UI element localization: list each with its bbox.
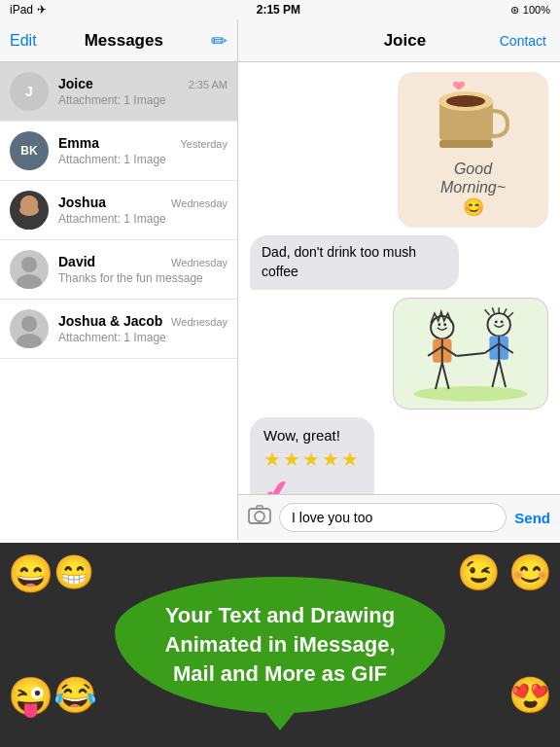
message-list: J Joice 2:35 AM Attachment: 1 Image BK	[0, 62, 237, 540]
avatar-generic-icon	[10, 309, 49, 348]
svg-line-35	[504, 308, 507, 314]
svg-line-36	[508, 312, 513, 317]
svg-point-4	[21, 257, 37, 272]
wifi-icon: ✈	[37, 3, 47, 17]
message-preview: Attachment: 1 Image	[58, 331, 228, 344]
svg-point-1	[16, 216, 43, 230]
emoji-smile2: 😁	[53, 552, 94, 595]
status-left: iPad ✈	[10, 3, 47, 17]
message-time: Wednesday	[171, 197, 228, 209]
svg-point-6	[21, 316, 37, 332]
contact-name: Joice	[58, 76, 93, 91]
svg-point-7	[17, 334, 42, 348]
svg-line-32	[485, 309, 490, 315]
list-item[interactable]: Joshua Wednesday Attachment: 1 Image	[0, 181, 237, 240]
list-item[interactable]: David Wednesday Thanks for the fun messa…	[0, 240, 237, 300]
chat-messages: GoodMorning~ 😊 Dad, don't drink too mush…	[238, 62, 560, 494]
contact-info: Joshua & Jacob Wednesday Attachment: 1 I…	[58, 313, 228, 344]
message-preview: Attachment: 1 Image	[58, 93, 228, 107]
battery-text: 100%	[523, 4, 550, 16]
message-input[interactable]	[279, 503, 507, 532]
message-preview: Attachment: 1 Image	[58, 212, 228, 226]
coffee-image	[410, 82, 537, 160]
message-bubble-row: Dad, don't drink too mush coffee	[250, 235, 548, 289]
avatar-initials: J	[25, 84, 33, 99]
star-rating: ★★★★★	[263, 447, 361, 471]
status-right: ⊛ 100%	[510, 4, 550, 17]
list-item[interactable]: Joshua & Jacob Wednesday Attachment: 1 I…	[0, 300, 237, 359]
avatar	[10, 309, 49, 348]
messages-sidebar: Edit Messages ✏ J Joice 2:35 AM Attachme…	[0, 19, 238, 540]
carrier-text: iPad	[10, 3, 33, 17]
svg-line-18	[436, 362, 442, 388]
svg-line-25	[492, 359, 499, 386]
svg-point-5	[17, 274, 42, 289]
camera-icon	[248, 505, 271, 524]
promo-bubble: Your Text and Drawing Animated in iMessa…	[115, 577, 445, 713]
avatar	[10, 250, 49, 289]
app-container: Edit Messages ✏ J Joice 2:35 AM Attachme…	[0, 19, 560, 540]
svg-point-12	[414, 386, 528, 402]
svg-point-30	[495, 320, 498, 323]
svg-point-10	[446, 95, 485, 107]
message-preview: Attachment: 1 Image	[58, 153, 228, 166]
avatar	[10, 191, 49, 230]
send-button[interactable]: Send	[514, 510, 550, 526]
avatar-initials: BK	[20, 144, 37, 158]
smiley-emoji: 😊	[463, 196, 484, 218]
message-time: Wednesday	[171, 316, 228, 328]
list-item[interactable]: BK Emma Yesterday Attachment: 1 Image	[0, 122, 237, 181]
status-bar: iPad ✈ 2:15 PM ⊛ 100%	[0, 0, 560, 19]
emoji-tongue: 😜	[8, 675, 53, 718]
status-time: 2:15 PM	[257, 3, 300, 17]
avatar: J	[10, 72, 49, 111]
good-morning-text: GoodMorning~	[440, 160, 506, 196]
promo-banner: 😄 😁 😉 😊 😜 😂 😍 Your Text and Drawing Anim…	[0, 543, 560, 747]
contact-info: Joshua Wednesday Attachment: 1 Image	[58, 195, 228, 226]
compose-button[interactable]: ✏	[211, 29, 228, 53]
contact-name: David	[58, 254, 95, 269]
checkmark: ✔	[261, 473, 293, 494]
promo-text: Your Text and Drawing Animated in iMessa…	[154, 601, 406, 688]
message-bubble-row: Wow, great! ★★★★★ ✔	[250, 417, 548, 494]
avatar-generic-icon	[10, 250, 49, 289]
emoji-grinning: 😄	[8, 552, 53, 595]
message-preview: Thanks for the fun message	[58, 271, 228, 285]
list-item[interactable]: J Joice 2:35 AM Attachment: 1 Image	[0, 62, 237, 122]
message-bubble-row: GoodMorning~ 😊	[250, 72, 548, 228]
emoji-heart-eyes: 😍	[508, 675, 552, 718]
bluetooth-icon: ⊛	[510, 4, 519, 17]
emoji-joy: 😂	[53, 675, 97, 718]
image-bubble-outgoing: GoodMorning~ 😊	[398, 72, 548, 228]
bubble-tail	[264, 711, 296, 730]
avatar-image	[10, 191, 49, 230]
sidebar-title: Messages	[37, 31, 211, 51]
chat-title: Joice	[310, 31, 500, 51]
svg-line-27	[456, 353, 484, 356]
stick-figure-drawing	[400, 302, 542, 405]
avatar: BK	[10, 131, 49, 170]
svg-point-31	[501, 320, 504, 323]
svg-rect-11	[439, 140, 493, 148]
svg-point-29	[443, 323, 446, 326]
contact-button[interactable]: Contact	[500, 33, 546, 49]
svg-line-33	[492, 307, 494, 313]
contact-info: David Wednesday Thanks for the fun messa…	[58, 254, 228, 285]
contact-name: Joshua	[58, 195, 106, 210]
camera-button[interactable]	[248, 505, 271, 530]
chat-input-bar: Send	[238, 494, 560, 540]
svg-point-28	[438, 323, 440, 326]
edit-button[interactable]: Edit	[10, 32, 37, 50]
emoji-blush: 😊	[508, 552, 552, 595]
svg-point-38	[255, 512, 264, 521]
wow-great-text: Wow, great!	[263, 427, 361, 444]
message-time: Yesterday	[180, 138, 228, 150]
message-time: 2:35 AM	[189, 79, 228, 90]
drawing-bubble	[393, 298, 548, 409]
chat-panel: Joice Contact GoodMorning	[238, 19, 560, 540]
message-bubble: Dad, don't drink too mush coffee	[250, 235, 459, 289]
message-time: Wednesday	[171, 257, 228, 268]
sidebar-header: Edit Messages ✏	[0, 19, 237, 62]
svg-line-26	[499, 359, 506, 386]
chat-header: Joice Contact	[238, 19, 560, 62]
